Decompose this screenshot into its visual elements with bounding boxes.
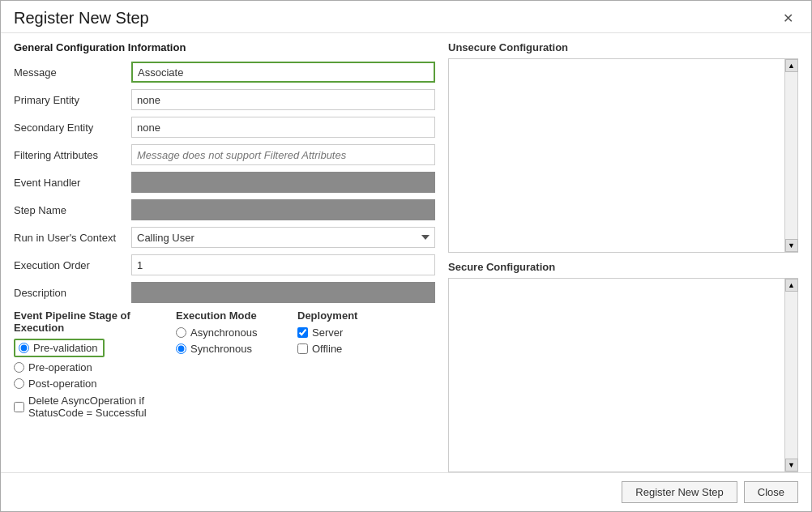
- execution-order-label: Execution Order: [14, 259, 131, 271]
- dialog-body: General Configuration Information Messag…: [1, 33, 811, 472]
- dialog-title: Register New Step: [14, 9, 149, 28]
- execution-mode-title: Execution Mode: [176, 309, 281, 322]
- unsecure-config-title: Unsecure Configuration: [448, 41, 798, 53]
- stage-title: Event Pipeline Stage of Execution: [14, 309, 160, 334]
- message-row: Message: [14, 62, 435, 83]
- scroll-down-arrow[interactable]: ▼: [785, 239, 798, 252]
- primary-entity-row: Primary Entity: [14, 89, 435, 110]
- pre-operation-label: Pre-operation: [28, 361, 92, 373]
- lower-section: Event Pipeline Stage of Execution Pre-va…: [14, 309, 435, 419]
- primary-entity-label: Primary Entity: [14, 94, 131, 106]
- post-operation-row: Post-operation: [14, 378, 160, 390]
- sync-label: Synchronous: [190, 343, 252, 355]
- event-handler-label: Event Handler: [14, 177, 131, 189]
- scroll-up-arrow[interactable]: ▲: [785, 59, 798, 72]
- delete-async-row: Delete AsyncOperation if StatusCode = Su…: [14, 395, 160, 419]
- close-x-button[interactable]: ✕: [778, 9, 798, 28]
- event-handler-input[interactable]: [131, 172, 435, 193]
- secondary-entity-label: Secondary Entity: [14, 122, 131, 134]
- execution-order-input[interactable]: [131, 254, 435, 275]
- async-radio[interactable]: [176, 327, 186, 338]
- event-handler-row: Event Handler: [14, 172, 435, 193]
- server-row: Server: [297, 326, 378, 339]
- offline-label: Offline: [312, 343, 342, 355]
- offline-checkbox[interactable]: [297, 343, 308, 354]
- close-button[interactable]: Close: [744, 481, 798, 503]
- step-name-input[interactable]: [131, 199, 435, 220]
- deployment-column: Deployment Server Offline: [297, 309, 378, 419]
- pre-validation-radio[interactable]: [19, 343, 29, 353]
- run-context-label: Run in User's Context: [14, 232, 131, 244]
- message-label: Message: [14, 66, 131, 79]
- step-name-label: Step Name: [14, 204, 131, 216]
- description-row: Description: [14, 282, 435, 303]
- three-col-layout: Event Pipeline Stage of Execution Pre-va…: [14, 309, 435, 419]
- secure-scrollbar: ▲ ▼: [784, 279, 797, 471]
- pre-operation-row: Pre-operation: [14, 361, 160, 373]
- pre-validation-label: Pre-validation: [33, 342, 98, 354]
- unsecure-config-box: ▲ ▼: [448, 58, 798, 253]
- secure-scroll-up-arrow[interactable]: ▲: [785, 279, 798, 292]
- pre-validation-highlighted: Pre-validation: [14, 339, 105, 357]
- filtering-row: Filtering Attributes: [14, 144, 435, 165]
- post-operation-label: Post-operation: [28, 378, 97, 390]
- secure-config-title: Secure Configuration: [448, 261, 798, 273]
- run-context-select[interactable]: Calling User: [131, 227, 435, 248]
- filtering-label: Filtering Attributes: [14, 149, 131, 161]
- filtering-input[interactable]: [131, 144, 435, 165]
- execution-order-row: Execution Order: [14, 254, 435, 275]
- delete-async-label: Delete AsyncOperation if StatusCode = Su…: [28, 395, 160, 419]
- server-label: Server: [312, 326, 343, 339]
- secure-section: Secure Configuration ▲ ▼: [448, 261, 798, 472]
- unsecure-scrollbar: ▲ ▼: [784, 59, 797, 252]
- secondary-entity-row: Secondary Entity: [14, 117, 435, 138]
- unsecure-section: Unsecure Configuration ▲ ▼: [448, 41, 798, 253]
- delete-async-checkbox[interactable]: [14, 402, 24, 412]
- secondary-entity-input[interactable]: [131, 117, 435, 138]
- post-operation-radio[interactable]: [14, 378, 24, 389]
- pre-validation-row: Pre-validation: [14, 339, 160, 357]
- server-checkbox[interactable]: [297, 327, 308, 338]
- run-context-row: Run in User's Context Calling User: [14, 227, 435, 248]
- sync-radio[interactable]: [176, 343, 186, 354]
- deployment-title: Deployment: [297, 309, 378, 322]
- message-input[interactable]: [131, 62, 435, 83]
- register-new-step-button[interactable]: Register New Step: [622, 481, 737, 503]
- sync-row: Synchronous: [176, 343, 281, 355]
- async-label: Asynchronous: [190, 326, 257, 339]
- title-bar: Register New Step ✕: [1, 1, 811, 33]
- step-name-row: Step Name: [14, 199, 435, 220]
- stage-column: Event Pipeline Stage of Execution Pre-va…: [14, 309, 160, 419]
- secure-config-box: ▲ ▼: [448, 278, 798, 472]
- pre-operation-radio[interactable]: [14, 362, 24, 373]
- execution-mode-column: Execution Mode Asynchronous Synchronous: [176, 309, 281, 419]
- general-config-title: General Configuration Information: [14, 41, 435, 53]
- dialog-footer: Register New Step Close: [1, 472, 811, 511]
- secure-scroll-down-arrow[interactable]: ▼: [785, 459, 798, 471]
- left-panel: General Configuration Information Messag…: [14, 41, 435, 472]
- register-new-step-dialog: Register New Step ✕ General Configuratio…: [0, 0, 812, 512]
- description-input[interactable]: [131, 282, 435, 303]
- right-panel: Unsecure Configuration ▲ ▼ Secure Config…: [448, 41, 798, 472]
- offline-row: Offline: [297, 343, 378, 355]
- description-label: Description: [14, 287, 131, 299]
- primary-entity-input[interactable]: [131, 89, 435, 110]
- async-row: Asynchronous: [176, 326, 281, 339]
